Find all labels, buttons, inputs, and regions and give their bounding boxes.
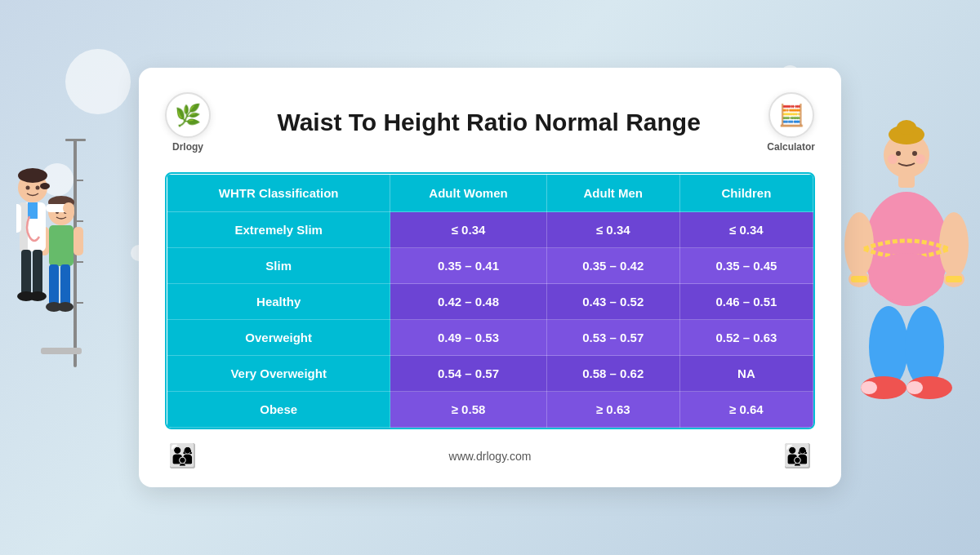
calculator-area: 🧮 Calculator — [767, 92, 815, 153]
table-row: Very Overweight0.54 – 0.570.58 – 0.62NA — [167, 356, 813, 392]
svg-point-40 — [888, 154, 898, 164]
cell-0-1: ≤ 0.34 — [390, 212, 546, 248]
svg-rect-34 — [41, 348, 82, 354]
cell-3-0: Overweight — [167, 320, 390, 356]
cell-1-0: Slim — [167, 248, 390, 284]
cell-4-2: 0.58 – 0.62 — [546, 356, 679, 392]
cell-1-2: 0.35 – 0.42 — [546, 248, 679, 284]
main-card: 🌿 Drlogy Waist To Height Ratio Normal Ra… — [139, 68, 841, 487]
table-row: Slim0.35 – 0.410.35 – 0.420.35 – 0.45 — [167, 248, 813, 284]
cell-4-3: NA — [679, 356, 813, 392]
card-header: 🌿 Drlogy Waist To Height Ratio Normal Ra… — [165, 92, 815, 153]
svg-point-32 — [26, 186, 30, 190]
col-header-adult-women: Adult Women — [390, 175, 546, 212]
cell-0-0: Extremely Slim — [167, 212, 390, 248]
cell-2-1: 0.42 – 0.48 — [390, 284, 546, 320]
svg-point-39 — [912, 151, 917, 156]
svg-rect-5 — [74, 302, 83, 304]
logo-label: Drlogy — [172, 141, 203, 153]
svg-point-26 — [63, 202, 74, 214]
svg-point-55 — [861, 381, 877, 394]
svg-point-52 — [905, 306, 944, 388]
logo-icon: 🌿 — [175, 103, 201, 128]
cell-3-1: 0.49 – 0.53 — [390, 320, 546, 356]
svg-rect-49 — [946, 276, 962, 282]
svg-rect-12 — [74, 227, 83, 255]
doctor-figure — [16, 114, 122, 441]
cell-2-0: Healthy — [167, 284, 390, 320]
fat-figure — [841, 106, 972, 449]
svg-point-44 — [844, 212, 874, 278]
cell-4-1: 0.54 – 0.57 — [390, 356, 546, 392]
calculator-icon: 🧮 — [778, 103, 804, 128]
cell-5-3: ≥ 0.64 — [679, 392, 813, 428]
svg-point-20 — [18, 168, 47, 183]
cell-1-1: 0.35 – 0.41 — [390, 248, 546, 284]
svg-rect-3 — [74, 220, 83, 222]
col-header-children: Children — [679, 175, 813, 212]
svg-point-41 — [915, 154, 925, 164]
col-header-classification: WHTR Classification — [167, 175, 390, 212]
cell-3-2: 0.53 – 0.57 — [546, 320, 679, 356]
svg-rect-1 — [65, 139, 86, 141]
table-row: Overweight0.49 – 0.530.53 – 0.570.52 – 0… — [167, 320, 813, 356]
calculator-circle: 🧮 — [768, 92, 814, 138]
cell-2-3: 0.46 – 0.51 — [679, 284, 813, 320]
svg-point-21 — [40, 183, 50, 189]
svg-point-51 — [869, 306, 908, 388]
table-row: Obese≥ 0.58≥ 0.63≥ 0.64 — [167, 392, 813, 428]
card-footer: 👨‍👩‍👦 www.drlogy.com 👨‍👩‍👦 — [165, 442, 815, 469]
page-title: Waist To Height Ratio Normal Range — [211, 109, 767, 136]
svg-point-38 — [896, 151, 901, 156]
svg-point-56 — [906, 381, 923, 394]
svg-point-33 — [36, 186, 40, 190]
svg-rect-28 — [21, 250, 31, 295]
col-header-adult-men: Adult Men — [546, 175, 679, 212]
table-header-row: WHTR Classification Adult Women Adult Me… — [167, 175, 813, 212]
footer-icon-left: 👨‍👩‍👦 — [168, 442, 197, 469]
cell-5-1: ≥ 0.58 — [390, 392, 546, 428]
svg-point-45 — [939, 212, 969, 278]
cell-2-2: 0.43 – 0.52 — [546, 284, 679, 320]
footer-url: www.drlogy.com — [449, 450, 532, 463]
table-row: Extremely Slim≤ 0.34≤ 0.34≤ 0.34 — [167, 212, 813, 248]
svg-rect-48 — [851, 276, 867, 282]
logo-circle: 🌿 — [165, 92, 211, 138]
svg-rect-2 — [74, 180, 83, 181]
svg-rect-4 — [74, 261, 83, 263]
table-row: Healthy0.42 – 0.480.43 – 0.520.46 – 0.51 — [167, 284, 813, 320]
svg-rect-10 — [49, 225, 74, 266]
cell-5-2: ≥ 0.63 — [546, 392, 679, 428]
cell-0-2: ≤ 0.34 — [546, 212, 679, 248]
svg-point-16 — [57, 302, 74, 312]
cell-0-3: ≤ 0.34 — [679, 212, 813, 248]
svg-rect-14 — [60, 264, 70, 305]
svg-rect-27 — [16, 204, 21, 233]
cell-3-3: 0.52 – 0.63 — [679, 320, 813, 356]
cell-4-0: Very Overweight — [167, 356, 390, 392]
svg-rect-42 — [898, 175, 915, 188]
footer-icon-right: 👨‍👩‍👦 — [783, 442, 812, 469]
whtr-table: WHTR Classification Adult Women Adult Me… — [165, 172, 815, 429]
svg-point-37 — [897, 120, 916, 135]
svg-point-50 — [869, 253, 944, 302]
logo-area: 🌿 Drlogy — [165, 92, 211, 153]
cell-5-0: Obese — [167, 392, 390, 428]
svg-rect-13 — [49, 264, 59, 305]
svg-rect-29 — [33, 250, 42, 295]
cell-1-3: 0.35 – 0.45 — [679, 248, 813, 284]
calculator-label: Calculator — [767, 141, 815, 153]
svg-point-31 — [29, 291, 47, 301]
